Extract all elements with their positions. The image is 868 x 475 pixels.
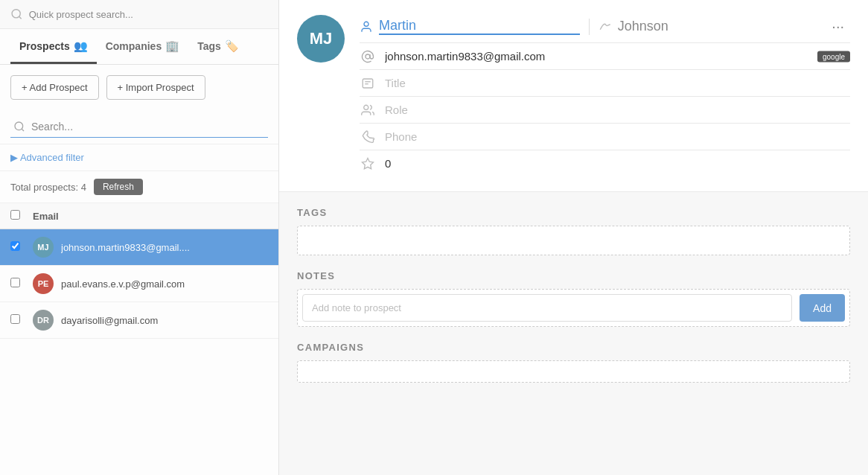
- last-name-input[interactable]: [618, 19, 819, 34]
- title-icon: [360, 76, 376, 90]
- avatar: DR: [33, 310, 54, 331]
- email-input[interactable]: [385, 50, 850, 63]
- tags-tab-icon: 🏷️: [225, 39, 239, 53]
- first-name-input[interactable]: [379, 18, 580, 35]
- companies-tab-label: Companies: [106, 40, 162, 52]
- title-field-row: [360, 70, 850, 97]
- avatar: MJ: [33, 237, 54, 258]
- more-options-button[interactable]: ···: [826, 15, 850, 38]
- person-icon: [360, 20, 373, 34]
- svg-line-1: [19, 16, 22, 19]
- tab-tags[interactable]: Tags 🏷️: [188, 29, 248, 64]
- prospect-checkbox[interactable]: [10, 278, 20, 287]
- select-all-checkbox[interactable]: [10, 210, 20, 220]
- email-column-header: Email: [33, 211, 268, 222]
- notes-input-row: Add: [298, 290, 849, 326]
- notes-box: Add: [297, 289, 850, 327]
- notes-section-title: Notes: [297, 270, 850, 281]
- prospect-row[interactable]: MJ johnson.martin9833@gmail....: [0, 229, 278, 266]
- svg-point-3: [366, 54, 370, 59]
- total-row: Total prospects: 4 Refresh: [0, 171, 278, 203]
- role-field-row: [360, 97, 850, 124]
- campaigns-section-title: Campaigns: [297, 342, 850, 353]
- title-input[interactable]: [385, 77, 850, 89]
- google-badge: google: [817, 51, 850, 62]
- add-note-button[interactable]: Add: [800, 294, 845, 322]
- companies-tab-icon: 🏢: [165, 39, 179, 53]
- tabs-row: Prospects 👥 Companies 🏢 Tags 🏷️: [0, 29, 278, 65]
- signature-icon: [599, 20, 612, 34]
- advanced-filter-toggle[interactable]: ▶ Advanced filter: [10, 152, 268, 163]
- prospect-email: dayarisolli@gmail.com: [61, 315, 268, 326]
- prospects-tab-icon: 👥: [74, 39, 88, 53]
- add-prospect-button[interactable]: + Add Prospect: [10, 75, 99, 100]
- prospect-email: johnson.martin9833@gmail....: [61, 242, 268, 253]
- detail-header: MJ ··· google: [279, 0, 868, 192]
- tab-companies[interactable]: Companies 🏢: [97, 29, 188, 64]
- star-icon: [360, 156, 376, 170]
- phone-icon: [360, 130, 376, 144]
- email-field-row: google: [360, 43, 850, 70]
- rating-value: 0: [385, 157, 850, 170]
- svg-point-7: [364, 105, 368, 109]
- tags-section-title: Tags: [297, 207, 850, 218]
- big-avatar: MJ: [297, 15, 345, 63]
- tab-prospects[interactable]: Prospects 👥: [10, 29, 97, 64]
- right-panel: MJ ··· google: [279, 0, 868, 475]
- detail-sections: Tags Notes Add Campaigns: [279, 192, 868, 398]
- total-prospects-label: Total prospects: 4: [10, 182, 86, 193]
- email-icon: [360, 49, 376, 63]
- tags-tab-label: Tags: [197, 40, 221, 52]
- svg-point-2: [364, 22, 368, 26]
- prospect-checkbox[interactable]: [10, 241, 20, 251]
- phone-field-row: [360, 124, 850, 150]
- avatar: PE: [33, 273, 54, 294]
- prospects-tab-label: Prospects: [19, 40, 70, 52]
- campaigns-box: [297, 360, 850, 383]
- svg-marker-8: [363, 159, 374, 169]
- note-input[interactable]: [302, 294, 792, 322]
- advanced-filter-section: ▶ Advanced filter: [0, 144, 278, 171]
- quick-search-input[interactable]: [29, 9, 268, 20]
- prospect-row[interactable]: DR dayarisolli@gmail.com: [0, 302, 278, 339]
- actions-row: + Add Prospect + Import Prospect: [0, 65, 278, 110]
- prospect-email: paul.evans.e.v.p@gmail.com: [61, 278, 268, 290]
- detail-fields: ··· google: [360, 15, 850, 176]
- import-prospect-button[interactable]: + Import Prospect: [106, 75, 205, 100]
- search-icon: [10, 7, 23, 21]
- svg-rect-4: [363, 79, 373, 88]
- notes-section: Notes Add: [297, 270, 850, 327]
- rating-field-row: 0: [360, 150, 850, 176]
- table-header: Email: [0, 203, 278, 229]
- prospect-checkbox[interactable]: [10, 314, 20, 324]
- prospect-row[interactable]: PE paul.evans.e.v.p@gmail.com: [0, 266, 278, 302]
- svg-point-0: [12, 10, 20, 18]
- tags-section: Tags: [297, 207, 850, 255]
- quick-search-bar: [0, 0, 278, 29]
- search-filter-row: [0, 110, 278, 144]
- phone-input[interactable]: [385, 130, 850, 143]
- campaigns-section: Campaigns: [297, 342, 850, 383]
- search-filter-input[interactable]: [10, 116, 268, 138]
- refresh-button[interactable]: Refresh: [94, 179, 143, 195]
- prospect-list: MJ johnson.martin9833@gmail.... PE paul.…: [0, 229, 278, 475]
- left-panel: Prospects 👥 Companies 🏢 Tags 🏷️ + Add Pr…: [0, 0, 279, 475]
- role-icon: [360, 103, 376, 117]
- tags-box[interactable]: [297, 226, 850, 255]
- role-input[interactable]: [385, 103, 850, 116]
